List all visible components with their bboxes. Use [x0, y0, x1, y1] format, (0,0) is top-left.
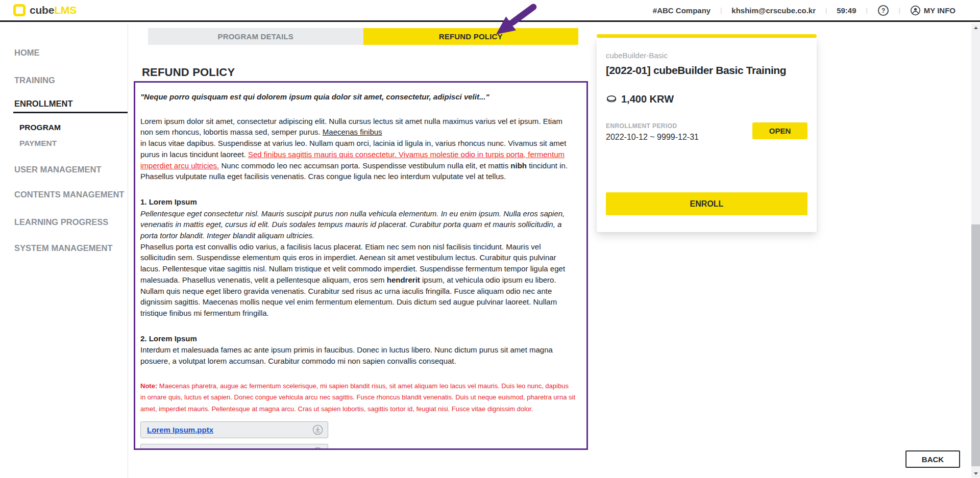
sidebar-item-user-management[interactable]: USER MANAGEMENT	[14, 165, 102, 174]
my-info-label: MY INFO	[924, 6, 955, 15]
header-separator: |	[720, 7, 722, 14]
paragraph-text: Nunc commodo leo nec accumsan porta. Sus…	[219, 161, 510, 170]
course-summary-card: cubeBuilder-Basic [2022-01] cubeBuilder …	[597, 34, 817, 232]
scroll-up-button[interactable]	[971, 23, 980, 32]
status-badge: OPEN	[752, 122, 807, 139]
inline-link-maecenas[interactable]: Maecenas finibus	[323, 128, 382, 136]
section-1-italic-paragraph: Pellentesque eget consectetur nisl. Maur…	[140, 208, 575, 241]
active-section-underline	[13, 112, 128, 113]
note-text: Maecenas pharetra, augue ac fermentum sc…	[140, 382, 575, 413]
refund-policy-content: "Neque porro quisquam est qui dolorem ip…	[134, 81, 588, 450]
enrollment-period-row: ENROLLMENT PERIOD 2022-10-12 ~ 9999-12-3…	[606, 122, 807, 142]
sidebar-item-payment[interactable]: PAYMENT	[19, 139, 57, 148]
download-icon	[312, 447, 323, 450]
tab-program-details[interactable]: PROGRAM DETAILS	[148, 28, 363, 45]
help-button[interactable]: ?	[877, 5, 889, 16]
company-name: #ABC Company	[653, 6, 710, 15]
enrollment-period-value: 2022-10-12 ~ 9999-12-31	[606, 133, 699, 142]
back-button[interactable]: BACK	[905, 450, 960, 468]
sidebar-nav: HOME TRAINING ENROLLMENT PROGRAM PAYMENT…	[0, 23, 128, 478]
sidebar-item-program[interactable]: PROGRAM	[19, 123, 61, 132]
cube-logo-icon	[13, 4, 26, 16]
section-2-title: 2. Lorem Ipsum	[140, 333, 575, 344]
logo-cube: cube	[30, 4, 54, 16]
header-separator: |	[866, 7, 868, 14]
section-2-paragraph: Interdum et malesuada fames ac ante ipsu…	[140, 344, 575, 366]
course-title: [2022-01] cubeBuilder Basic Training	[606, 64, 807, 77]
card-body: cubeBuilder-Basic [2022-01] cubeBuilder …	[597, 38, 817, 232]
sidebar-item-learning-progress[interactable]: LEARNING PROGRESS	[14, 217, 108, 227]
question-circle-icon: ?	[877, 5, 889, 16]
download-button[interactable]	[312, 447, 323, 450]
my-info-button[interactable]: MY INFO	[910, 5, 955, 16]
course-category: cubeBuilder-Basic	[606, 51, 807, 60]
vertical-scrollbar	[971, 23, 980, 478]
triangle-up-icon	[974, 27, 978, 29]
policy-quote: "Neque porro quisquam est qui dolorem ip…	[140, 91, 575, 103]
bold-word: nibh	[510, 161, 527, 170]
card-accent-bar	[597, 34, 817, 38]
sidebar-item-home[interactable]: HOME	[14, 48, 40, 58]
enroll-button[interactable]: ENROLL	[606, 192, 807, 215]
course-price-row: 1,400 KRW	[606, 93, 807, 105]
download-button[interactable]	[312, 424, 323, 435]
section-1-paragraph: Phasellus porta est convallis odio variu…	[140, 241, 575, 319]
sidebar-item-contents-management[interactable]: CONTENTS MANAGEMENT	[14, 190, 124, 199]
detail-tabbar: PROGRAM DETAILS REFUND POLICY	[148, 28, 578, 45]
sidebar-item-system-management[interactable]: SYSTEM MANAGEMENT	[14, 243, 113, 253]
sidebar-item-enrollment[interactable]: ENROLLMENT	[14, 99, 73, 109]
tab-refund-policy[interactable]: REFUND POLICY	[363, 28, 579, 45]
top-header: cubeLMS #ABC Company | khshim@crscube.co…	[0, 0, 980, 22]
user-email: khshim@crscube.co.kr	[731, 6, 816, 15]
course-price: 1,400 KRW	[621, 93, 674, 105]
scroll-down-button[interactable]	[971, 469, 980, 478]
attachment-link[interactable]: Lorem Ipsum.pptx	[147, 424, 213, 436]
policy-note: Note: Maecenas pharetra, augue ac fermen…	[140, 381, 575, 415]
logo-text: cubeLMS	[30, 4, 77, 16]
header-right: #ABC Company | khshim@crscube.co.kr | 59…	[653, 5, 955, 16]
download-icon	[312, 424, 323, 435]
lms-app: cubeLMS #ABC Company | khshim@crscube.co…	[0, 0, 980, 478]
attachment-row-zip[interactable]: Lorem Ipsum.zip	[140, 444, 328, 450]
enrollment-period-block: ENROLLMENT PERIOD 2022-10-12 ~ 9999-12-3…	[606, 122, 699, 142]
enrollment-period-label: ENROLLMENT PERIOD	[606, 122, 699, 130]
attachment-link[interactable]: Lorem Ipsum.zip	[147, 447, 208, 450]
attachment-row-pptx[interactable]: Lorem Ipsum.pptx	[140, 421, 328, 438]
note-label: Note:	[140, 382, 157, 390]
session-timer: 59:49	[837, 6, 856, 15]
triangle-down-icon	[974, 472, 978, 475]
bold-word: hendrerit	[387, 275, 420, 284]
coin-icon	[606, 95, 617, 104]
logo-lms: LMS	[54, 4, 77, 16]
attachment-list: Lorem Ipsum.pptx Lorem Ipsum.zip	[140, 421, 575, 450]
header-separator: |	[825, 7, 827, 14]
policy-paragraph-1: Lorem ipsum dolor sit amet, consectetur …	[140, 116, 575, 182]
header-separator: |	[899, 7, 900, 14]
page-title: REFUND POLICY	[142, 66, 235, 79]
sidebar-item-training[interactable]: TRAINING	[14, 76, 55, 85]
svg-text:?: ?	[881, 7, 885, 14]
person-circle-icon	[910, 5, 921, 16]
logo[interactable]: cubeLMS	[13, 4, 77, 16]
scrollbar-thumb[interactable]	[971, 224, 980, 466]
section-1-title: 1. Lorem Ipsum	[140, 196, 575, 208]
